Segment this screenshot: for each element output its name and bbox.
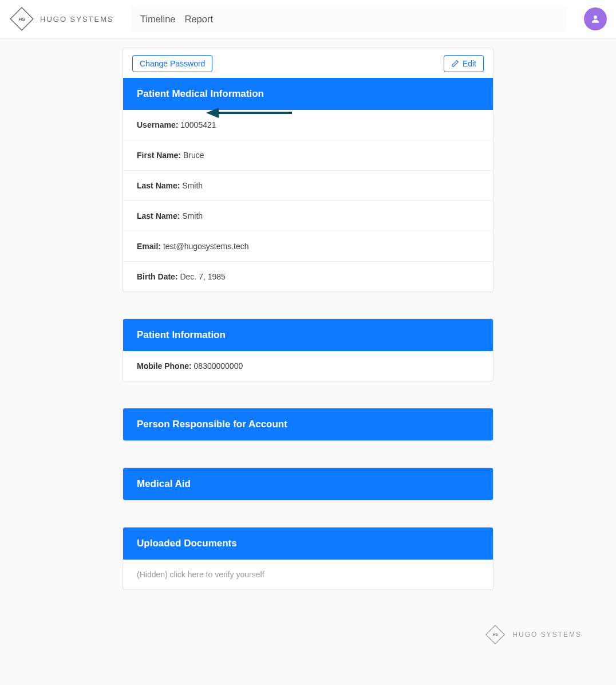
field-value: Smith bbox=[182, 181, 203, 190]
documents-card: Uploaded Documents (Hidden) click here t… bbox=[123, 527, 493, 590]
responsible-card: Person Responsible for Account bbox=[123, 408, 493, 441]
field-email: Email: test@hugosystems.tech bbox=[123, 231, 493, 262]
patient-medical-card: Change Password Edit Patient Medical Inf… bbox=[123, 48, 493, 292]
main-nav: Timeline Report bbox=[131, 6, 567, 32]
field-label: First Name: bbox=[137, 151, 181, 160]
field-value: test@hugosystems.tech bbox=[163, 242, 249, 251]
verify-link[interactable]: (Hidden) click here to verify yourself bbox=[137, 570, 264, 579]
edit-button-label: Edit bbox=[463, 59, 476, 68]
documents-hidden-row[interactable]: (Hidden) click here to verify yourself bbox=[123, 560, 493, 589]
person-icon bbox=[590, 14, 601, 24]
pencil-icon bbox=[451, 60, 459, 68]
svg-point-2 bbox=[594, 15, 597, 19]
field-label: Birth Date: bbox=[137, 272, 178, 281]
field-mobile-phone: Mobile Phone: 08300000000 bbox=[123, 351, 493, 381]
section-header-medical-aid: Medical Aid bbox=[123, 468, 493, 500]
field-last-name-2: Last Name: Smith bbox=[123, 201, 493, 231]
section-header-patient-info: Patient Information bbox=[123, 319, 493, 351]
field-last-name: Last Name: Smith bbox=[123, 171, 493, 201]
field-label: Last Name: bbox=[137, 181, 180, 190]
card-actions: Change Password Edit bbox=[123, 48, 493, 78]
field-username: Username: 10005421 bbox=[123, 110, 493, 140]
field-birth-date: Birth Date: Dec. 7, 1985 bbox=[123, 262, 493, 292]
svg-text:HS: HS bbox=[18, 17, 25, 22]
nav-report[interactable]: Report bbox=[185, 14, 214, 25]
field-label: Username: bbox=[137, 120, 178, 129]
field-first-name: First Name: Bruce bbox=[123, 140, 493, 171]
section-header-responsible: Person Responsible for Account bbox=[123, 408, 493, 440]
field-label: Email: bbox=[137, 242, 161, 251]
change-password-button[interactable]: Change Password bbox=[132, 55, 212, 72]
section-header-documents: Uploaded Documents bbox=[123, 527, 493, 560]
footer: HS HUGO SYSTEMS bbox=[0, 613, 616, 656]
user-avatar[interactable] bbox=[584, 7, 607, 30]
field-value: Bruce bbox=[183, 151, 204, 160]
field-value: 10005421 bbox=[180, 120, 216, 129]
logo-icon: HS bbox=[9, 6, 34, 32]
field-value: Dec. 7, 1985 bbox=[180, 272, 225, 281]
patient-info-card: Patient Information Mobile Phone: 083000… bbox=[123, 318, 493, 381]
edit-button[interactable]: Edit bbox=[444, 55, 484, 72]
field-value: Smith bbox=[182, 211, 203, 221]
section-header-medical: Patient Medical Information bbox=[123, 78, 493, 110]
footer-brand-name: HUGO SYSTEMS bbox=[512, 631, 582, 639]
footer-logo-icon: HS bbox=[485, 624, 506, 645]
app-header: HS HUGO SYSTEMS Timeline Report bbox=[0, 0, 616, 38]
svg-text:HS: HS bbox=[493, 632, 499, 636]
nav-timeline[interactable]: Timeline bbox=[140, 14, 176, 25]
field-label: Mobile Phone: bbox=[137, 361, 192, 371]
field-value: 08300000000 bbox=[194, 361, 243, 371]
medical-aid-card: Medical Aid bbox=[123, 467, 493, 501]
brand-logo[interactable]: HS HUGO SYSTEMS bbox=[9, 6, 114, 32]
brand-name: HUGO SYSTEMS bbox=[40, 15, 114, 23]
field-label: Last Name: bbox=[137, 211, 180, 221]
